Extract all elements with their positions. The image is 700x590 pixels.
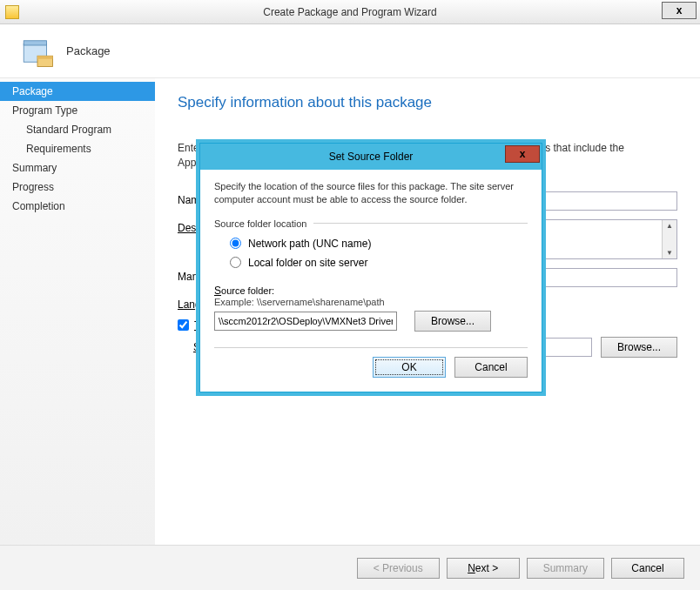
dialog-title: Set Source Folder <box>329 151 414 163</box>
intro-right: ures that include the <box>530 142 624 154</box>
dialog-ok-button[interactable]: OK <box>373 357 446 378</box>
scroll-down-arrow[interactable]: ▼ <box>666 247 673 258</box>
source-folder-heading: Source folder: <box>214 285 528 297</box>
example-text: Example: \\servername\sharename\path <box>214 297 528 307</box>
sidebar-item-standard-program[interactable]: Standard Program <box>0 120 155 139</box>
summary-button[interactable]: Summary <box>527 558 604 579</box>
radio-network-path[interactable] <box>230 238 241 249</box>
group-label: Source folder location <box>214 218 306 229</box>
description-scrollbar[interactable]: ▲ ▼ <box>662 220 676 258</box>
browse-button-main[interactable]: Browse... <box>601 337 677 358</box>
source-path-input[interactable] <box>214 312 397 331</box>
wizard-footer: < Previous Next > Summary Cancel <box>0 545 700 590</box>
wizard-header: Package <box>0 24 700 78</box>
next-button[interactable]: Next > <box>447 558 520 579</box>
scroll-up-arrow[interactable]: ▲ <box>666 220 673 231</box>
window-title: Create Package and Program Wizard <box>0 6 700 18</box>
header-label: Package <box>66 44 111 57</box>
dialog-browse-button[interactable]: Browse... <box>414 311 491 332</box>
group-separator <box>313 223 528 224</box>
page-heading: Specify information about this package <box>178 94 677 111</box>
radio-network-label: Network path (UNC name) <box>248 238 371 250</box>
sidebar-item-package[interactable]: Package <box>0 82 155 101</box>
set-source-folder-dialog: Set Source Folder x Specify the location… <box>199 143 542 392</box>
wizard-sidebar: Package Program Type Standard Program Re… <box>0 78 155 545</box>
sidebar-item-progress[interactable]: Progress <box>0 178 155 197</box>
dialog-instruction: Specify the location of the source files… <box>214 180 528 206</box>
source-files-checkbox[interactable] <box>178 319 189 331</box>
sidebar-item-completion[interactable]: Completion <box>0 197 155 216</box>
dialog-cancel-button[interactable]: Cancel <box>454 357 528 378</box>
svg-rect-3 <box>37 56 53 59</box>
dialog-separator <box>214 347 528 348</box>
sidebar-item-program-type[interactable]: Program Type <box>0 101 155 120</box>
dialog-close-button[interactable]: x <box>505 145 540 163</box>
dialog-titlebar: Set Source Folder x <box>200 144 542 170</box>
cancel-button[interactable]: Cancel <box>611 558 684 579</box>
package-icon <box>19 33 56 70</box>
radio-local-label: Local folder on site server <box>248 257 367 269</box>
svg-rect-1 <box>24 40 46 44</box>
sidebar-item-summary[interactable]: Summary <box>0 158 155 178</box>
sidebar-item-requirements[interactable]: Requirements <box>0 139 155 158</box>
window-titlebar: Create Package and Program Wizard x <box>0 0 700 24</box>
previous-button[interactable]: < Previous <box>357 558 440 579</box>
window-close-button[interactable]: x <box>662 2 697 19</box>
radio-local-folder[interactable] <box>230 257 241 268</box>
